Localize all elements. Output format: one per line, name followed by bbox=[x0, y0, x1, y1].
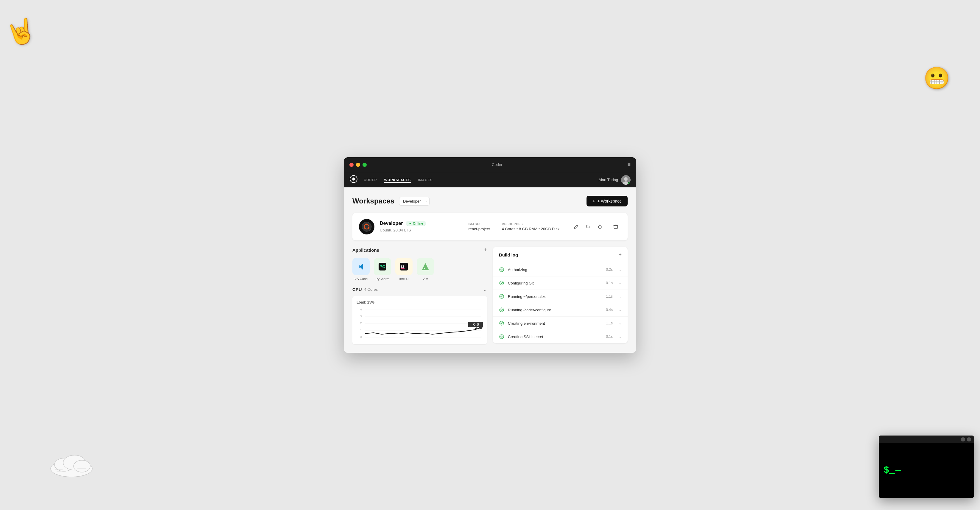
svg-text:2: 2 bbox=[360, 322, 362, 325]
status-text: Online bbox=[413, 222, 423, 225]
svg-text:3: 3 bbox=[360, 315, 362, 318]
status-badge: ● Online bbox=[406, 221, 426, 226]
workspace-actions bbox=[571, 222, 621, 231]
build-log-item: Running ~/personalize 1.1s ⌄ bbox=[493, 290, 628, 303]
refresh-button[interactable] bbox=[583, 222, 593, 231]
build-log-item: Creating SSH secret 0.1s ⌄ bbox=[493, 330, 628, 343]
log-name-5: Creating SSH secret bbox=[508, 335, 602, 339]
cpu-load-value: 25% bbox=[367, 300, 374, 304]
chevron-icon-0[interactable]: ⌄ bbox=[619, 268, 622, 272]
nav-user: Alan Turing bbox=[598, 175, 631, 185]
svg-text:4: 4 bbox=[360, 308, 362, 311]
terminal-prompt: $_ bbox=[883, 465, 895, 476]
minimize-button[interactable] bbox=[356, 163, 360, 167]
apps-grid: VS Code PC PyCharm bbox=[352, 258, 487, 280]
log-time-1: 0.1s bbox=[606, 281, 613, 285]
add-build-log-button[interactable]: + bbox=[618, 252, 622, 258]
chevron-icon-3[interactable]: ⌄ bbox=[619, 308, 622, 312]
svg-rect-23 bbox=[401, 268, 404, 269]
workspace-os: Ubuntu 20.04 LTS bbox=[380, 228, 411, 233]
cpu-cores: 4 Cores bbox=[364, 287, 378, 292]
app-pycharm[interactable]: PC PyCharm bbox=[374, 258, 391, 280]
cpu-title: CPU 4 Cores bbox=[352, 287, 378, 292]
svg-point-12 bbox=[362, 222, 371, 231]
log-time-5: 0.1s bbox=[606, 335, 613, 339]
content-area: Workspaces Developer ⌄ + + Workspace bbox=[344, 187, 636, 353]
cpu-label: CPU bbox=[352, 287, 362, 292]
svg-text:0: 0 bbox=[360, 335, 362, 338]
cpu-expand-button[interactable]: ⌄ bbox=[482, 286, 487, 293]
build-log-header: Build log + bbox=[493, 247, 628, 263]
log-name-3: Running /coder/configure bbox=[508, 308, 602, 312]
terminal-minimize-btn[interactable] bbox=[961, 437, 965, 441]
log-name-0: Authorizing bbox=[508, 268, 602, 272]
applications-section: Applications + bbox=[352, 247, 487, 280]
log-name-2: Running ~/personalize bbox=[508, 294, 602, 299]
page-header-left: Workspaces Developer ⌄ bbox=[352, 197, 430, 206]
user-status-indicator bbox=[628, 182, 630, 184]
svg-text:V: V bbox=[423, 266, 426, 269]
vim-label: Vim bbox=[423, 277, 428, 280]
applications-header: Applications + bbox=[352, 247, 487, 253]
cpu-chart-container: Load: 25% 4 3 2 1 0 bbox=[352, 296, 487, 344]
build-log-item: Creating environment 1.1s ⌄ bbox=[493, 317, 628, 330]
edit-button[interactable] bbox=[571, 222, 581, 231]
cpu-chart: 4 3 2 1 0 bbox=[356, 308, 483, 340]
build-log-section: Build log + Authorizing 0.2s ⌄ bbox=[493, 247, 628, 343]
maximize-button[interactable] bbox=[363, 163, 367, 167]
chevron-icon-5[interactable]: ⌄ bbox=[619, 335, 622, 339]
check-icon-3 bbox=[499, 307, 504, 312]
close-button[interactable] bbox=[349, 163, 353, 167]
app-intellij[interactable]: IJ IntelliJ bbox=[395, 258, 412, 280]
workspace-dropdown[interactable]: Developer bbox=[399, 197, 430, 206]
workspace-images-meta: IMAGES react-project bbox=[468, 223, 490, 231]
delete-button[interactable] bbox=[610, 222, 621, 231]
terminal-cursor bbox=[896, 470, 901, 471]
power-button[interactable] bbox=[595, 222, 605, 231]
face-sticker: 😬 bbox=[923, 65, 950, 91]
add-application-button[interactable]: + bbox=[484, 247, 487, 253]
svg-text:1: 1 bbox=[360, 328, 362, 332]
terminal-close-btn[interactable] bbox=[967, 437, 971, 441]
svg-point-3 bbox=[73, 460, 90, 472]
status-dot: ● bbox=[409, 222, 411, 225]
workspace-icon bbox=[359, 219, 374, 234]
nav-images[interactable]: IMAGES bbox=[418, 177, 433, 183]
cpu-load: Load: 25% bbox=[356, 300, 483, 304]
navbar: CODER WORKSPACES IMAGES Alan Turing bbox=[344, 172, 636, 187]
nav-logo[interactable] bbox=[349, 175, 358, 185]
app-vim[interactable]: V Vim bbox=[417, 258, 434, 280]
window-title: Coder bbox=[492, 163, 502, 167]
check-icon-1 bbox=[499, 280, 504, 286]
svg-marker-39 bbox=[474, 327, 478, 329]
app-vscode[interactable]: VS Code bbox=[352, 258, 370, 280]
nav-coder[interactable]: CODER bbox=[364, 177, 377, 183]
chevron-icon-1[interactable]: ⌄ bbox=[619, 281, 622, 285]
svg-point-10 bbox=[624, 177, 628, 181]
chevron-icon-4[interactable]: ⌄ bbox=[619, 321, 622, 325]
nav-links: CODER WORKSPACES IMAGES bbox=[364, 177, 598, 183]
plus-icon: + bbox=[592, 199, 595, 204]
images-label: IMAGES bbox=[468, 223, 490, 226]
nav-workspaces[interactable]: WORKSPACES bbox=[384, 177, 411, 183]
menu-icon[interactable]: ≡ bbox=[627, 161, 631, 168]
action-divider bbox=[608, 223, 608, 231]
log-name-1: Configuring Git bbox=[508, 281, 602, 285]
terminal-body: $_ bbox=[879, 443, 974, 497]
svg-rect-18 bbox=[614, 226, 617, 228]
add-workspace-button[interactable]: + + Workspace bbox=[587, 196, 628, 206]
cpu-header: CPU 4 Cores ⌄ bbox=[352, 286, 487, 293]
pycharm-label: PyCharm bbox=[375, 277, 389, 280]
workspace-info: Developer ● Online Ubuntu 20.04 LTS bbox=[380, 221, 457, 233]
svg-point-15 bbox=[364, 227, 366, 229]
resources-value: 4 Cores • 8 GB RAM • 20GB Disk bbox=[502, 227, 559, 231]
user-avatar[interactable] bbox=[621, 175, 631, 185]
log-name-4: Creating environment bbox=[508, 321, 602, 326]
add-workspace-label: + Workspace bbox=[597, 199, 622, 204]
chevron-icon-2[interactable]: ⌄ bbox=[619, 294, 622, 298]
build-log-item: Configuring Git 0.1s ⌄ bbox=[493, 276, 628, 290]
workspace-name-row: Developer ● Online bbox=[380, 221, 457, 226]
cpu-section: CPU 4 Cores ⌄ Load: 25% 4 3 bbox=[352, 286, 487, 344]
log-time-2: 1.1s bbox=[606, 294, 613, 298]
terminal-titlebar bbox=[879, 435, 974, 443]
